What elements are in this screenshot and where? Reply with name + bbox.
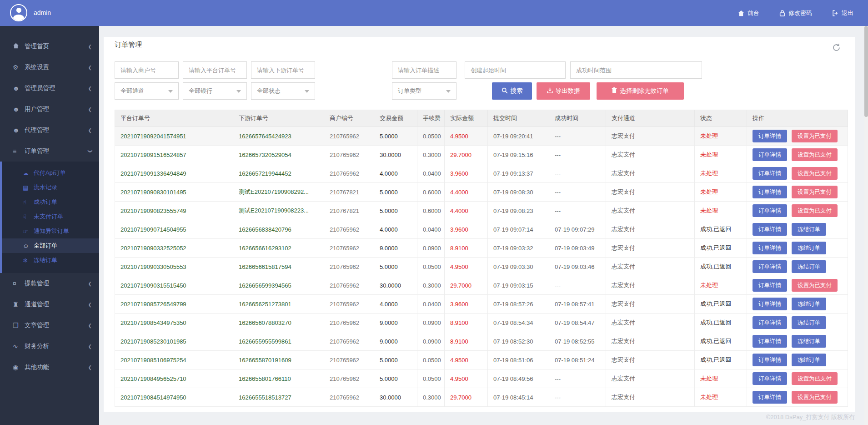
cell-status: 成功,已返回 bbox=[695, 220, 747, 239]
sidebar-item-agent-management[interactable]: ☻ 代理管理 ❮ bbox=[0, 120, 99, 141]
sidebar-item-withdraw-management[interactable]: ¤ 提款管理 ❮ bbox=[0, 273, 99, 294]
set-paid-button[interactable]: 设置为已支付 bbox=[792, 186, 838, 198]
avatar[interactable] bbox=[10, 4, 27, 21]
freeze-order-button[interactable]: 冻结订单 bbox=[792, 242, 826, 254]
sidebar-item-user-management[interactable]: ☻ 用户管理 ❮ bbox=[0, 99, 99, 120]
table-row: 2021071909204157495116266576454249232107… bbox=[115, 127, 848, 146]
refresh-button[interactable] bbox=[831, 43, 841, 53]
order-detail-button[interactable]: 订单详情 bbox=[753, 148, 787, 161]
order-type-select[interactable]: 订单类型 bbox=[392, 82, 457, 100]
order-submenu-item-6[interactable]: ❄冻结订单 bbox=[2, 253, 99, 268]
order-detail-button[interactable]: 订单详情 bbox=[753, 298, 787, 310]
status-select-value: 全部状态 bbox=[257, 87, 281, 95]
cell-actions: 订单详情设置为已支付 bbox=[747, 276, 848, 295]
bank-select[interactable]: 全部银行 bbox=[183, 82, 247, 100]
cell-submit-time: 07-19 08:57:26 bbox=[488, 295, 549, 314]
order-detail-button[interactable]: 订单详情 bbox=[753, 186, 787, 198]
freeze-order-button[interactable]: 冻结订单 bbox=[792, 316, 826, 329]
table-row: 2021071909033252505216266566162931022107… bbox=[115, 239, 848, 258]
downstream-order-no-input[interactable] bbox=[251, 61, 315, 79]
set-paid-button[interactable]: 设置为已支付 bbox=[792, 148, 838, 161]
order-detail-button[interactable]: 订单详情 bbox=[753, 354, 787, 366]
cell-transaction-amount: 30.0000 bbox=[374, 276, 417, 295]
order-detail-button[interactable]: 订单详情 bbox=[753, 167, 787, 180]
order-submenu-item-0[interactable]: ☁代付Api订单 bbox=[2, 166, 99, 180]
cell-platform-order-no: 20210719090714504955 bbox=[115, 220, 233, 239]
order-detail-button[interactable]: 订单详情 bbox=[753, 260, 787, 273]
cell-merchant-no: 210765962 bbox=[324, 276, 374, 295]
cell-merchant-no: 210767821 bbox=[324, 202, 374, 220]
change-password-link[interactable]: 修改密码 bbox=[779, 9, 812, 17]
export-data-button[interactable]: 导出数据 bbox=[537, 82, 590, 100]
order-detail-button[interactable]: 订单详情 bbox=[753, 130, 787, 142]
order-detail-button[interactable]: 订单详情 bbox=[753, 335, 787, 348]
set-paid-button[interactable]: 设置为已支付 bbox=[792, 279, 838, 292]
set-paid-button[interactable]: 设置为已支付 bbox=[792, 372, 838, 385]
set-paid-button[interactable]: 设置为已支付 bbox=[792, 204, 838, 217]
order-submenu-item-1[interactable]: ▤流水记录 bbox=[2, 180, 99, 195]
freeze-order-button[interactable]: 冻结订单 bbox=[792, 260, 826, 273]
sidebar-item-order-management[interactable]: ≡ 订单管理 ❯ bbox=[0, 141, 99, 162]
cell-payment-channel: 志宏支付 bbox=[606, 202, 695, 220]
sidebar-item-other-functions[interactable]: ◉ 其他功能 ❮ bbox=[0, 357, 99, 378]
cell-actual-amount: 8.9100 bbox=[445, 332, 488, 351]
order-detail-button[interactable]: 订单详情 bbox=[753, 204, 787, 217]
success-time-input[interactable] bbox=[570, 61, 702, 79]
set-paid-button[interactable]: 设置为已支付 bbox=[792, 391, 838, 404]
order-detail-button[interactable]: 订单详情 bbox=[753, 391, 787, 404]
cell-actual-amount: 4.4000 bbox=[445, 183, 488, 202]
order-description-input[interactable] bbox=[392, 61, 457, 79]
order-submenu-item-2[interactable]: ☝成功订单 bbox=[2, 195, 99, 209]
sidebar-item-admin-management[interactable]: ☻ 管理员管理 ❮ bbox=[0, 78, 99, 99]
order-submenu-item-5[interactable]: ☺全部订单 bbox=[2, 238, 99, 253]
table-row: 2021071909151652485716266573205290542107… bbox=[115, 146, 848, 164]
chevron-left-icon: ❮ bbox=[88, 44, 92, 49]
order-submenu-item-4[interactable]: ☞通知异常订单 bbox=[2, 224, 99, 238]
cell-status: 未处理 bbox=[695, 164, 747, 183]
users-icon: ☻ bbox=[13, 106, 23, 113]
cell-transaction-amount: 5.0000 bbox=[374, 258, 417, 276]
sidebar-item-dashboard[interactable]: 管理首页 ❮ bbox=[0, 36, 99, 57]
scrollbar-thumb[interactable] bbox=[864, 26, 868, 117]
order-submenu-item-3[interactable]: ☟未支付订单 bbox=[2, 209, 99, 224]
create-time-input[interactable] bbox=[465, 61, 566, 79]
sidebar-item-channel-management[interactable]: ♜ 通道管理 ❮ bbox=[0, 294, 99, 315]
cell-fee: 0.3000 bbox=[417, 388, 445, 407]
set-paid-button[interactable]: 设置为已支付 bbox=[792, 167, 838, 180]
search-button[interactable]: 搜索 bbox=[492, 82, 532, 100]
cell-success-time: 07-19 08:57:41 bbox=[549, 295, 606, 314]
sidebar-item-finance-analysis[interactable]: ∿ 财务分析 ❮ bbox=[0, 336, 99, 357]
merchant-no-input[interactable] bbox=[115, 61, 179, 79]
freeze-order-button[interactable]: 冻结订单 bbox=[792, 223, 826, 236]
cell-downstream-order-no: 1626657219944452 bbox=[233, 164, 324, 183]
sidebar-item-article-management[interactable]: ❒ 文章管理 ❮ bbox=[0, 315, 99, 336]
table-row: 2021071909133649484916266572199444522107… bbox=[115, 164, 848, 183]
delete-invalid-orders-button[interactable]: 选择删除无效订单 bbox=[597, 82, 684, 100]
cell-success-time: --- bbox=[549, 202, 606, 220]
frontend-link[interactable]: 前台 bbox=[738, 9, 759, 17]
freeze-order-button[interactable]: 冻结订单 bbox=[792, 335, 826, 348]
order-detail-button[interactable]: 订单详情 bbox=[753, 372, 787, 385]
freeze-order-button[interactable]: 冻结订单 bbox=[792, 298, 826, 310]
cell-actions: 订单详情设置为已支付 bbox=[747, 369, 848, 388]
order-detail-button[interactable]: 订单详情 bbox=[753, 223, 787, 236]
platform-order-no-input[interactable] bbox=[183, 61, 247, 79]
scrollbar-track[interactable] bbox=[864, 26, 868, 425]
order-detail-button[interactable]: 订单详情 bbox=[753, 242, 787, 254]
thumbs-up-icon: ☝ bbox=[23, 199, 34, 206]
cell-status: 未处理 bbox=[695, 388, 747, 407]
freeze-order-button[interactable]: 冻结订单 bbox=[792, 354, 826, 366]
cell-fee: 0.0400 bbox=[417, 220, 445, 239]
order-submenu: ☁代付Api订单▤流水记录☝成功订单☟未支付订单☞通知异常订单☺全部订单❄冻结订… bbox=[0, 162, 99, 273]
orders-table: 平台订单号下游订单号商户编号交易金额手续费实际金额提交时间成功时间支付通道状态操… bbox=[115, 110, 848, 407]
order-detail-button[interactable]: 订单详情 bbox=[753, 279, 787, 292]
set-paid-button[interactable]: 设置为已支付 bbox=[792, 130, 838, 142]
column-header: 交易金额 bbox=[374, 110, 417, 127]
order-detail-button[interactable]: 订单详情 bbox=[753, 316, 787, 329]
cell-actual-amount: 4.4000 bbox=[445, 202, 488, 220]
status-select[interactable]: 全部状态 bbox=[251, 82, 315, 100]
channel-select[interactable]: 全部通道 bbox=[115, 82, 179, 100]
sidebar-item-system-settings[interactable]: ⚙ 系统设置 ❮ bbox=[0, 57, 99, 78]
cell-submit-time: 07-19 08:45:14 bbox=[488, 388, 549, 407]
logout-link[interactable]: 退出 bbox=[832, 9, 853, 17]
